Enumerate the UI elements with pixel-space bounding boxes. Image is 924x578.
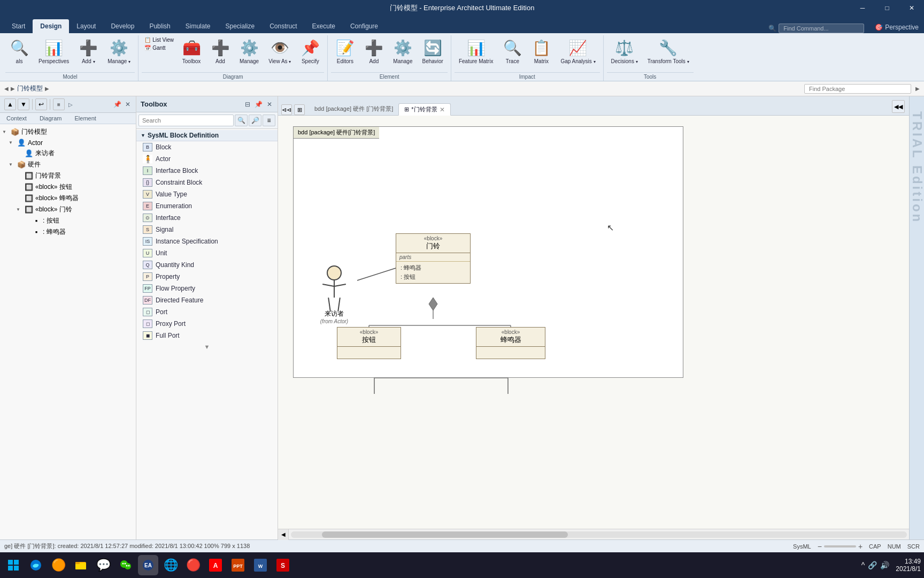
block-doorbell[interactable]: «block» 门铃 parts : 蜂鸣器 : 按钮 [396,233,471,284]
taskbar-app-s-button[interactable]: S [273,555,293,575]
toolbox-item-iblock[interactable]: I Interface Block [136,165,278,177]
gantt-button[interactable]: 📅 Gantt [142,44,176,51]
decisions-button[interactable]: ⚖️ Decisions ▾ [607,36,642,66]
toolbox-item-interface[interactable]: ⊙ Interface [136,212,278,224]
toolbox-search-button[interactable]: 🔍 [235,115,248,126]
toolbox-item-property[interactable]: P Property [136,271,278,283]
tree-item-part-button[interactable]: ▪ : 按钮 [0,215,136,226]
toolbox-item-block[interactable]: B Block [136,141,278,153]
toolbox-pin-button[interactable]: 📌 [253,100,264,109]
tab-start[interactable]: Start [4,19,33,33]
taskbar-windows-button[interactable] [3,555,24,575]
sidebar-tab-element[interactable]: Element [68,113,103,124]
nav-down-button[interactable]: ▼ [18,98,29,110]
find-package-input[interactable] [804,84,911,94]
transform-tools-button[interactable]: 🔧 Transform Tools ▾ [643,36,694,66]
taskbar-adobe-button[interactable]: A [205,555,226,575]
toolbox-item-port[interactable]: ◻ Port [136,306,278,318]
sidebar-pin-button[interactable]: 📌 [112,100,122,109]
taskbar-ea-button[interactable]: EA [138,555,158,575]
tab-configure[interactable]: Configure [343,19,386,33]
add-element-button[interactable]: ➕ Add [360,36,388,66]
block-buzzer[interactable]: «block» 蜂鸣器 [476,327,545,359]
scroll-left-button[interactable]: ◀ [278,529,289,540]
zoom-plus-button[interactable]: + [858,542,863,551]
horizontal-scrollbar-track[interactable] [291,531,907,538]
maximize-button[interactable]: □ [875,0,899,16]
command-search-input[interactable] [779,24,864,33]
nav-list-button[interactable]: ≡ [53,98,65,110]
diagram-tab-active[interactable]: ⊞ *门铃背景 ✕ [398,103,450,116]
tab-specialize[interactable]: Specialize [218,19,262,33]
tree-item-hardware[interactable]: ▼ 📦 硬件 [0,159,136,170]
sidebar-close-button[interactable]: ✕ [124,100,132,109]
manage-diagram-button[interactable]: ⚙️ Manage [235,36,263,66]
feature-matrix-button[interactable]: 📊 Feature Matrix [455,36,497,66]
behavior-button[interactable]: 🔄 Behavior [418,36,447,66]
perspectives-button[interactable]: 📊 Perspectives [34,36,73,66]
zoom-minus-button[interactable]: − [818,542,822,551]
taskbar-ppt-button[interactable]: PPT [228,555,248,575]
toolbox-close-button[interactable]: ✕ [266,100,273,109]
list-view-button[interactable]: 📋 List View [142,36,176,43]
trace-button[interactable]: 🔍 Trace [498,36,526,66]
toolbox-item-signal[interactable]: S Signal [136,224,278,235]
breadcrumb-item-root[interactable]: 门铃模型 [17,84,43,93]
tree-item-block-doorbell[interactable]: ▼ 🔲 «block» 门铃 [0,204,136,215]
sidebar-tab-diagram[interactable]: Diagram [33,113,68,124]
tab-layout[interactable]: Layout [69,19,103,33]
nav-up-button[interactable]: ▲ [4,98,16,110]
toolbox-item-quantity[interactable]: Q Quantity Kind [136,259,278,271]
taskbar-wechat-button[interactable] [116,555,136,575]
taskbar-volume-icon[interactable]: 🔊 [880,561,889,569]
tree-item-visitor[interactable]: 👤 来访者 [0,148,136,159]
specify-button[interactable]: 📌 Specify [296,36,324,66]
breadcrumb-chevron-left[interactable]: ◀ [4,86,9,92]
toolbox-item-directedfeat[interactable]: DF Directed Feature [136,294,278,306]
taskbar-word-button[interactable]: W [250,555,271,575]
toolbox-section-sysml[interactable]: ▼ SysML Block Definition [136,130,278,141]
taskbar-edge-button[interactable] [26,555,46,575]
toolbox-scroll-down[interactable]: ▼ [136,341,278,352]
add-diagram-button[interactable]: ➕ Add [206,36,234,66]
editors-button[interactable]: 📝 Editors [331,36,359,66]
block-button[interactable]: «block» 按钮 [337,327,401,359]
tree-item-doorbell-bg[interactable]: 🔲 门铃背景 [0,170,136,181]
toolbox-menu-button[interactable]: ≡ [263,115,275,126]
toolbox-item-actor[interactable]: 🧍 Actor [136,153,278,165]
taskbar-app-red-button[interactable]: 🔴 [183,555,203,575]
taskbar-network-icon[interactable]: 🔗 [868,561,877,569]
tree-item-block-buzzer[interactable]: 🔲 «block» 蜂鸣器 [0,193,136,204]
tab-design[interactable]: Design [33,19,69,33]
toolbox-item-cblock[interactable]: {} Constraint Block [136,177,278,188]
manage-model-button[interactable]: ⚙️ Manage ▾ [103,36,135,66]
view-as-button[interactable]: 👁️ View As ▾ [264,36,295,66]
tree-item-root[interactable]: ▼ 📦 门铃模型 [0,126,136,138]
toolbox-item-flowprop[interactable]: FP Flow Property [136,283,278,294]
diagram-canvas[interactable]: bdd [package] 硬件[门铃背景] [278,116,909,529]
taskbar-wechatfiles-button[interactable]: 💬 [93,555,113,575]
perspective-button[interactable]: 🎯 Perspective [869,21,924,33]
add-model-button[interactable]: ➕ Add ▾ [74,36,102,66]
tab-simulate[interactable]: Simulate [178,19,218,33]
taskbar-chevron-icon[interactable]: ^ [861,561,865,569]
taskbar-explorer-button[interactable] [71,555,91,575]
breadcrumb-chevron-right[interactable]: ▶ [915,86,920,92]
toolbox-item-vtype[interactable]: V Value Type [136,188,278,200]
taskbar-app3-button[interactable]: 🟠 [48,555,68,575]
taskbar-browser1-button[interactable]: 🌐 [160,555,181,575]
actor-visitor[interactable]: 来访者 (from Actor) [310,265,358,324]
toolbox-float-button[interactable]: ⊟ [244,100,251,109]
tab-develop[interactable]: Develop [103,19,142,33]
toolbox-item-fullport[interactable]: ◼ Full Port [136,330,278,341]
diagram-nav-back-button[interactable]: ⊲⊲ [281,104,292,115]
tab-publish[interactable]: Publish [142,19,178,33]
close-button[interactable]: ✕ [899,0,924,16]
manage-element-button[interactable]: ⚙️ Manage [389,36,417,66]
toolbox-item-unit[interactable]: U Unit [136,247,278,259]
tree-item-part-buzzer[interactable]: ▪ : 蜂鸣器 [0,226,136,238]
matrix-button[interactable]: 📋 Matrix [527,36,555,66]
toolbox-item-proxyport[interactable]: ◻ Proxy Port [136,318,278,330]
toolbox-button[interactable]: 🧰 Toolbox [178,36,205,66]
toolbox-item-enum[interactable]: E Enumeration [136,200,278,212]
